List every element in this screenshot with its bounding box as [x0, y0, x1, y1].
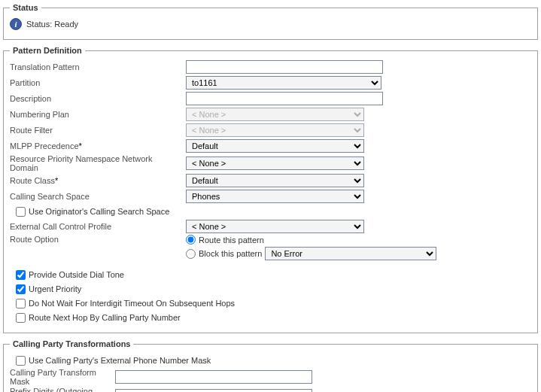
transform-mask-input[interactable]: [115, 370, 312, 384]
urgent-priority-checkbox[interactable]: [16, 284, 26, 294]
prefix-digits-input[interactable]: [115, 389, 312, 392]
pattern-definition-fieldset: Pattern Definition Translation Pattern P…: [3, 46, 538, 333]
route-option-label: Route Option: [10, 235, 186, 244]
translation-pattern-input[interactable]: [186, 60, 383, 74]
numbering-plan-select: < None >: [186, 108, 364, 121]
use-originator-css-checkbox[interactable]: [16, 207, 26, 217]
rpnnd-label: Resource Priority Namespace Network Doma…: [10, 154, 186, 172]
rpnnd-select[interactable]: < None >: [186, 156, 364, 170]
urgent-priority-label: Urgent Priority: [29, 284, 81, 293]
description-label: Description: [10, 94, 186, 103]
route-class-select[interactable]: Default: [186, 174, 364, 187]
calling-party-fieldset: Calling Party Transformations Use Callin…: [3, 339, 538, 392]
mlpp-select[interactable]: Default: [186, 139, 364, 153]
status-row: i Status: Ready: [10, 17, 531, 32]
route-next-hop-label: Route Next Hop By Calling Party Number: [29, 313, 181, 322]
translation-pattern-label: Translation Pattern: [10, 62, 186, 71]
route-class-label: Route Class*: [10, 176, 186, 185]
provide-dial-tone-checkbox[interactable]: [16, 270, 26, 280]
partition-label: Partition: [10, 78, 186, 87]
block-reason-select[interactable]: No Error: [265, 247, 436, 260]
pattern-definition-legend: Pattern Definition: [10, 46, 85, 55]
css-label: Calling Search Space: [10, 192, 186, 201]
provide-dial-tone-label: Provide Outside Dial Tone: [29, 270, 124, 279]
block-this-pattern-label: Block this pattern: [199, 249, 262, 258]
use-originator-css-label: Use Originator's Calling Search Space: [29, 207, 169, 216]
css-select[interactable]: Phones: [186, 190, 364, 203]
use-ext-mask-checkbox[interactable]: [16, 356, 26, 366]
status-legend: Status: [10, 3, 41, 12]
info-icon: i: [10, 18, 22, 30]
prefix-digits-label: Prefix Digits (Outgoing Calls): [10, 387, 115, 392]
route-this-pattern-label: Route this pattern: [199, 236, 264, 245]
eccp-label: External Call Control Profile: [10, 222, 186, 231]
status-fieldset: Status i Status: Ready: [3, 3, 538, 40]
transform-mask-label: Calling Party Transform Mask: [10, 368, 115, 386]
block-this-pattern-radio[interactable]: [186, 249, 196, 259]
calling-party-legend: Calling Party Transformations: [10, 339, 133, 348]
no-wait-interdigit-checkbox[interactable]: [16, 299, 26, 308]
partition-select[interactable]: to1161: [186, 76, 381, 90]
numbering-plan-label: Numbering Plan: [10, 110, 186, 119]
route-next-hop-checkbox[interactable]: [16, 313, 26, 323]
description-input[interactable]: [186, 92, 383, 105]
route-this-pattern-radio[interactable]: [186, 235, 196, 245]
route-filter-select: < None >: [186, 123, 364, 137]
eccp-select[interactable]: < None >: [186, 220, 364, 233]
status-text: Status: Ready: [26, 20, 78, 29]
mlpp-label: MLPP Precedence*: [10, 141, 186, 150]
no-wait-interdigit-label: Do Not Wait For Interdigit Timeout On Su…: [29, 299, 235, 308]
use-ext-mask-label: Use Calling Party's External Phone Numbe…: [29, 356, 211, 365]
route-filter-label: Route Filter: [10, 126, 186, 135]
